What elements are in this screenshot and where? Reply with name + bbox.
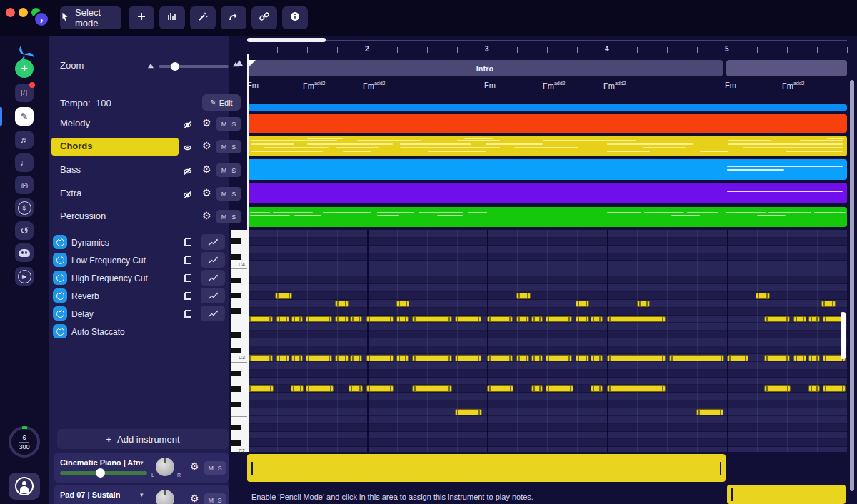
- midi-note[interactable]: [546, 355, 572, 361]
- redo-button[interactable]: [221, 6, 246, 29]
- midi-note[interactable]: [335, 355, 349, 361]
- link-button[interactable]: [251, 6, 277, 29]
- midi-note[interactable]: [546, 316, 572, 323]
- black-key[interactable]: [231, 332, 241, 338]
- black-key[interactable]: [231, 348, 241, 353]
- midi-note[interactable]: [291, 355, 303, 361]
- midi-note[interactable]: [366, 316, 394, 323]
- mute-button[interactable]: M: [208, 497, 214, 504]
- black-key[interactable]: [231, 238, 241, 244]
- pan-knob[interactable]: [156, 490, 174, 504]
- midi-note[interactable]: [306, 385, 334, 392]
- midi-note[interactable]: [727, 355, 748, 361]
- midi-note[interactable]: [412, 316, 452, 323]
- track-settings-gear-icon[interactable]: ⚙: [202, 188, 211, 198]
- track-row-melody[interactable]: Melody⚙MS: [49, 114, 229, 133]
- track-settings-gear-icon[interactable]: ⚙: [202, 211, 211, 221]
- chevron-down-icon[interactable]: ▾: [140, 491, 144, 498]
- midi-note[interactable]: [350, 316, 362, 323]
- power-toggle[interactable]: [53, 235, 67, 249]
- copy-icon[interactable]: [184, 292, 191, 300]
- midi-note[interactable]: [396, 355, 409, 361]
- midi-note[interactable]: [576, 301, 589, 307]
- solo-button[interactable]: S: [231, 191, 236, 198]
- instrument-assign-region-1[interactable]: [727, 485, 846, 504]
- mute-button[interactable]: M: [221, 213, 227, 221]
- visibility-eye-icon[interactable]: [183, 142, 192, 155]
- instrument-select[interactable]: Pad 07 | Sustain: [60, 490, 120, 499]
- black-key[interactable]: [231, 278, 241, 283]
- channel-settings-gear-icon[interactable]: ⚙: [190, 461, 199, 471]
- region-handle[interactable]: [720, 462, 721, 475]
- piano-roll-vscrollbar-thumb[interactable]: [841, 312, 846, 359]
- midi-note[interactable]: [247, 316, 273, 323]
- black-key[interactable]: [231, 386, 241, 392]
- region-percussion[interactable]: [247, 207, 847, 227]
- midi-note[interactable]: [306, 316, 332, 323]
- midi-note[interactable]: [487, 355, 513, 361]
- playhead[interactable]: [247, 54, 249, 452]
- solo-button[interactable]: S: [217, 497, 221, 504]
- track-row-chords[interactable]: Chords⚙MS: [49, 137, 229, 156]
- discord-button[interactable]: [15, 243, 34, 262]
- region-melody[interactable]: [247, 114, 847, 133]
- black-key[interactable]: [231, 308, 241, 314]
- midi-note[interactable]: [455, 355, 481, 361]
- midi-note[interactable]: [487, 385, 513, 392]
- midi-note[interactable]: [247, 385, 274, 392]
- midi-note[interactable]: [546, 385, 573, 392]
- solo-button[interactable]: S: [231, 143, 236, 151]
- track-settings-gear-icon[interactable]: ⚙: [202, 118, 211, 128]
- midi-note[interactable]: [516, 316, 529, 323]
- tutorials-button[interactable]: ▶: [15, 267, 34, 286]
- midi-note[interactable]: [516, 293, 531, 299]
- midi-note[interactable]: [276, 316, 289, 323]
- melody-button[interactable]: ♬: [15, 131, 34, 149]
- midi-note[interactable]: [366, 385, 394, 392]
- copy-icon[interactable]: [184, 310, 191, 318]
- black-key[interactable]: [231, 293, 241, 298]
- pricing-button[interactable]: $: [15, 198, 34, 217]
- midi-note[interactable]: [412, 355, 452, 361]
- midi-note[interactable]: [396, 301, 409, 307]
- midi-note[interactable]: [531, 355, 543, 361]
- midi-note[interactable]: [412, 385, 452, 392]
- automation-curve-button[interactable]: [201, 288, 225, 303]
- black-key[interactable]: [231, 425, 241, 430]
- midi-note[interactable]: [607, 385, 666, 392]
- copy-icon[interactable]: [184, 238, 191, 246]
- midi-note[interactable]: [366, 355, 394, 361]
- radio-button[interactable]: ((•)): [15, 176, 34, 194]
- arrangement-vscrollbar-thumb[interactable]: [850, 80, 854, 491]
- visibility-eye-off-icon[interactable]: [183, 119, 192, 132]
- midi-note[interactable]: [808, 355, 820, 361]
- plus-button[interactable]: [129, 6, 154, 29]
- percussion-button[interactable]: ♩: [15, 153, 34, 172]
- info-button[interactable]: [282, 6, 308, 29]
- black-key[interactable]: [231, 440, 241, 446]
- timeline-hscrollbar-thumb[interactable]: [247, 38, 326, 42]
- section-pill[interactable]: [726, 60, 847, 76]
- midi-note[interactable]: [291, 385, 304, 392]
- midi-note[interactable]: [247, 355, 273, 361]
- black-key[interactable]: [231, 254, 241, 260]
- account-button[interactable]: [9, 473, 40, 500]
- window-minimize-button[interactable]: [19, 8, 28, 17]
- playhead-flag[interactable]: [249, 60, 256, 67]
- mute-button[interactable]: M: [221, 167, 227, 174]
- midi-note[interactable]: [607, 355, 666, 361]
- midi-note[interactable]: [349, 385, 363, 392]
- create-button[interactable]: +: [15, 59, 34, 78]
- power-toggle[interactable]: [53, 288, 67, 303]
- track-settings-gear-icon[interactable]: ⚙: [202, 164, 211, 174]
- midi-note[interactable]: [276, 355, 289, 361]
- midi-note[interactable]: [516, 355, 529, 361]
- equalizer-button[interactable]: [159, 6, 185, 29]
- midi-note[interactable]: [823, 385, 846, 392]
- midi-note[interactable]: [306, 355, 332, 361]
- power-toggle[interactable]: [53, 306, 67, 321]
- automation-curve-button[interactable]: [201, 234, 225, 250]
- midi-note[interactable]: [350, 355, 362, 361]
- midi-note[interactable]: [607, 316, 666, 323]
- power-toggle[interactable]: [53, 324, 67, 338]
